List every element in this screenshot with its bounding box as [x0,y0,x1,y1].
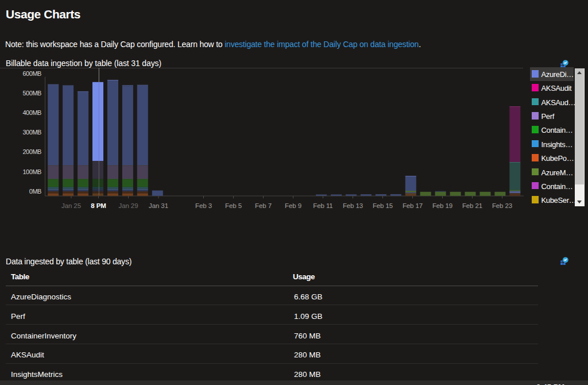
svg-text:Feb 21: Feb 21 [462,202,482,209]
svg-text:Jan 25: Jan 25 [61,202,81,209]
svg-text:300MB: 300MB [22,129,41,136]
svg-text:Feb 19: Feb 19 [432,202,452,209]
svg-text:Jan 31: Jan 31 [149,202,168,209]
svg-text:200MB: 200MB [22,148,41,155]
svg-text:Feb 3: Feb 3 [195,202,212,209]
svg-text:600MB: 600MB [22,70,41,77]
svg-text:Jan 29: Jan 29 [119,202,138,209]
svg-text:Feb 17: Feb 17 [403,202,423,209]
svg-text:Feb 11: Feb 11 [313,202,332,209]
svg-text:Feb 7: Feb 7 [255,202,272,209]
svg-text:500MB: 500MB [22,90,41,97]
svg-text:100MB: 100MB [22,168,41,175]
svg-text:8 PM: 8 PM [91,202,106,209]
svg-text:Feb 13: Feb 13 [343,202,363,209]
svg-text:Feb 15: Feb 15 [373,202,393,209]
svg-text:Feb 23: Feb 23 [492,202,512,209]
svg-text:Feb 9: Feb 9 [285,202,301,209]
svg-text:400MB: 400MB [22,109,41,116]
svg-text:Feb 5: Feb 5 [225,202,242,209]
svg-text:0MB: 0MB [29,188,41,195]
